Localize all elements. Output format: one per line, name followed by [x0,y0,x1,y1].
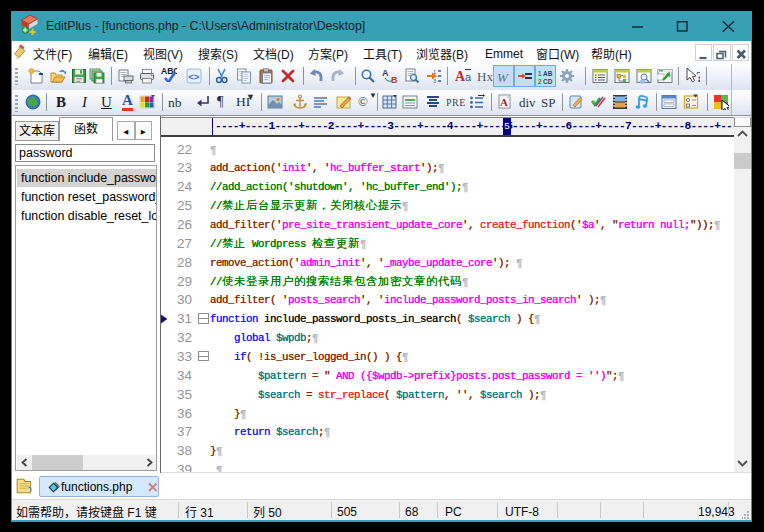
svg-text:W: W [497,70,509,85]
svg-text:1: 1 [433,69,436,75]
svg-text:1: 1 [538,70,542,77]
svg-text:AB: AB [543,70,553,77]
svg-text:A: A [500,96,508,108]
svg-text:A: A [382,68,389,78]
svg-text:2: 2 [538,78,542,85]
svg-text:a: a [465,71,471,83]
svg-text:<>: <> [188,71,200,82]
svg-text:?: ? [696,69,700,83]
svg-text:3: 3 [433,78,436,84]
svg-text:B: B [391,75,398,83]
svg-text:CD: CD [543,78,553,85]
svg-text:Hx: Hx [477,69,493,84]
